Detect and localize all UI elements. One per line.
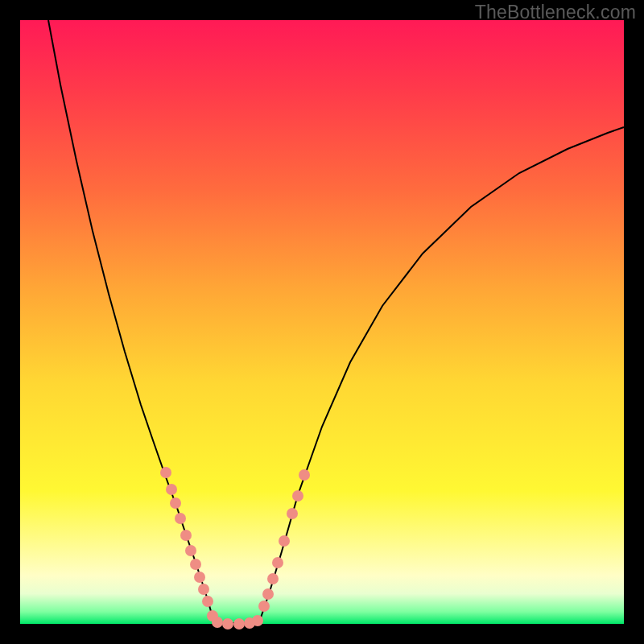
chart-frame — [20, 20, 624, 624]
curve-right — [260, 127, 624, 620]
data-dot — [160, 467, 171, 478]
data-dot — [190, 559, 201, 570]
data-dot — [258, 601, 270, 612]
data-dot — [287, 508, 298, 519]
data-dot — [185, 545, 196, 556]
data-dot — [180, 530, 192, 541]
data-dot — [202, 596, 213, 607]
data-dot — [170, 497, 181, 509]
data-dot — [175, 513, 186, 524]
bottleneck-plot — [20, 20, 624, 624]
data-dot — [262, 588, 274, 600]
data-dot — [233, 618, 245, 630]
data-dot — [194, 572, 205, 583]
curve-left — [48, 20, 213, 620]
data-dot — [166, 484, 177, 495]
data-dot — [267, 573, 279, 584]
data-dot — [292, 490, 303, 502]
data-dot — [198, 584, 209, 595]
dot-layer — [160, 467, 310, 630]
data-dot — [252, 615, 263, 626]
data-dot — [212, 617, 223, 628]
data-dot — [272, 557, 283, 568]
data-dot — [279, 535, 290, 547]
watermark-text: TheBottleneck.com — [475, 2, 636, 23]
data-dot — [299, 469, 310, 481]
data-dot — [222, 618, 233, 630]
